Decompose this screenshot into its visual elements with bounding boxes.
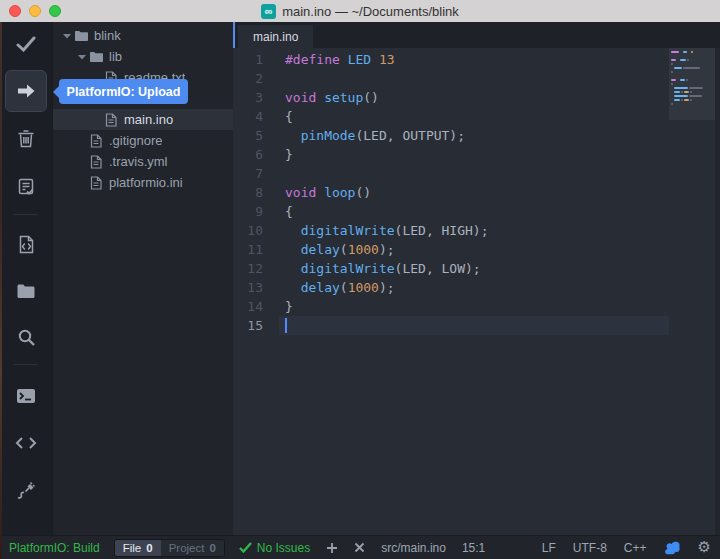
check-icon	[16, 36, 36, 52]
code-text: #define LED 13	[279, 50, 669, 69]
platformio-toolbar	[0, 22, 53, 536]
file-icon	[88, 133, 104, 149]
code-line-11: 11 delay(1000);	[233, 240, 669, 259]
tree-item-label: main.ino	[124, 112, 173, 127]
chevron-down-icon[interactable]	[61, 33, 73, 39]
close-window-button[interactable]	[9, 5, 21, 17]
line-number: 12	[233, 259, 279, 278]
plug-icon	[16, 481, 36, 500]
desktop-edge-strip	[0, 22, 2, 559]
code-text: }	[279, 297, 669, 316]
file-icon	[88, 175, 104, 191]
toolbar-serial-monitor-button[interactable]	[5, 469, 47, 511]
text-cursor	[285, 318, 287, 333]
zoom-window-button[interactable]	[49, 5, 61, 17]
code-line-13: 13 delay(1000);	[233, 278, 669, 297]
code-line-15: 15	[233, 316, 669, 335]
minimize-window-button[interactable]	[29, 5, 41, 17]
file-issues-count: 0	[146, 542, 152, 554]
editor-pane: main.ino 1#define LED 1323void setup()4{…	[233, 22, 720, 536]
line-number: 5	[233, 126, 279, 145]
code-line-2: 2	[233, 69, 669, 88]
line-number: 4	[233, 107, 279, 126]
toolbar-open-project-button[interactable]	[5, 270, 47, 312]
minimap[interactable]	[669, 48, 715, 536]
no-issues-indicator[interactable]: No Issues	[239, 541, 310, 555]
line-number: 11	[233, 240, 279, 259]
platformio-build-status[interactable]: PlatformIO: Build	[9, 541, 100, 555]
toolbar-clean-button[interactable]	[5, 117, 47, 159]
toolbar-initialize-project-button[interactable]	[5, 223, 47, 265]
code-line-3: 3void setup()	[233, 88, 669, 107]
toolbar-separator	[14, 364, 38, 365]
tree-item-label: .gitignore	[109, 133, 162, 148]
project-issues-button[interactable]: Project0	[161, 540, 224, 556]
chevron-down-icon[interactable]	[76, 54, 88, 60]
folder-icon	[16, 283, 36, 299]
close-icon	[354, 542, 365, 553]
tree-item-.travis.yml[interactable]: .travis.yml	[53, 151, 233, 172]
toolbar-terminal-button[interactable]	[5, 375, 47, 417]
add-panel-button[interactable]	[326, 542, 338, 554]
folder-icon	[73, 28, 89, 44]
gear-icon[interactable]: ⚙	[698, 540, 711, 555]
code-lines: 1#define LED 1323void setup()4{5 pinMode…	[233, 50, 669, 335]
arrow-right-icon	[16, 83, 36, 99]
issues-scope-toggle: File0 Project0	[114, 539, 225, 557]
squirrel-icon	[664, 541, 681, 555]
code-text	[279, 164, 669, 183]
tree-view: PlatformIO: Upload blinklibreadme.txtmai…	[53, 22, 233, 536]
app-window: ∞ main.ino — ~/Documents/blink PlatformI…	[0, 0, 720, 559]
code-text: delay(1000);	[279, 240, 669, 259]
code-text: void setup()	[279, 88, 669, 107]
current-file-path: src/main.ino	[381, 541, 446, 555]
scrollbar-track[interactable]	[715, 48, 720, 536]
close-panel-button[interactable]	[354, 542, 365, 553]
line-number: 15	[233, 316, 279, 335]
tree-item-lib[interactable]: lib	[53, 46, 233, 67]
toolbar-build-button[interactable]	[5, 23, 47, 65]
plus-icon	[326, 542, 338, 554]
line-number: 6	[233, 145, 279, 164]
code-text	[279, 316, 669, 335]
code-text: digitalWrite(LED, LOW);	[279, 259, 669, 278]
window-title: main.ino — ~/Documents/blink	[282, 4, 459, 19]
line-number: 1	[233, 50, 279, 69]
cursor-position[interactable]: 15:1	[462, 541, 485, 555]
upload-tooltip: PlatformIO: Upload	[59, 79, 188, 104]
file-issues-button[interactable]: File0	[115, 540, 161, 556]
file-icon	[103, 112, 119, 128]
project-issues-count: 0	[209, 542, 215, 554]
tree-item-platformio.ini[interactable]: platformio.ini	[53, 172, 233, 193]
text-editor[interactable]: 1#define LED 1323void setup()4{5 pinMode…	[233, 48, 720, 536]
code-line-14: 14}	[233, 297, 669, 316]
encoding-selector[interactable]: UTF-8	[573, 541, 607, 555]
code-text	[279, 69, 669, 88]
line-number: 2	[233, 69, 279, 88]
grammar-selector[interactable]: C++	[624, 541, 647, 555]
toolbar-test-button[interactable]	[5, 165, 47, 207]
toolbar-separator	[14, 214, 38, 215]
terminal-icon	[16, 388, 36, 404]
tree-item-label: .travis.yml	[109, 154, 168, 169]
tree-item-blink[interactable]: blink	[53, 25, 233, 46]
code-line-12: 12 digitalWrite(LED, LOW);	[233, 259, 669, 278]
code-text: delay(1000);	[279, 278, 669, 297]
toolbar-upload-button[interactable]	[5, 70, 47, 112]
tree-item-main.ino[interactable]: main.ino	[53, 109, 233, 130]
line-ending-selector[interactable]: LF	[542, 541, 556, 555]
clipboard-check-icon	[17, 177, 35, 196]
tab-bar: main.ino	[233, 22, 720, 48]
minimap-viewport[interactable]	[669, 48, 715, 120]
window-title-group: ∞ main.ino — ~/Documents/blink	[261, 4, 459, 19]
tree-item-label: platformio.ini	[109, 175, 183, 190]
tab-main-ino[interactable]: main.ino	[238, 25, 313, 48]
code-text: digitalWrite(LED, HIGH);	[279, 221, 669, 240]
search-icon	[17, 328, 36, 347]
project-issues-label: Project	[169, 542, 205, 554]
code-text: {	[279, 202, 669, 221]
deprecation-cop-button[interactable]	[664, 541, 681, 555]
toolbar-find-button[interactable]	[5, 316, 47, 358]
toolbar-atom-code-button[interactable]	[5, 422, 47, 464]
tree-item-.gitignore[interactable]: .gitignore	[53, 130, 233, 151]
